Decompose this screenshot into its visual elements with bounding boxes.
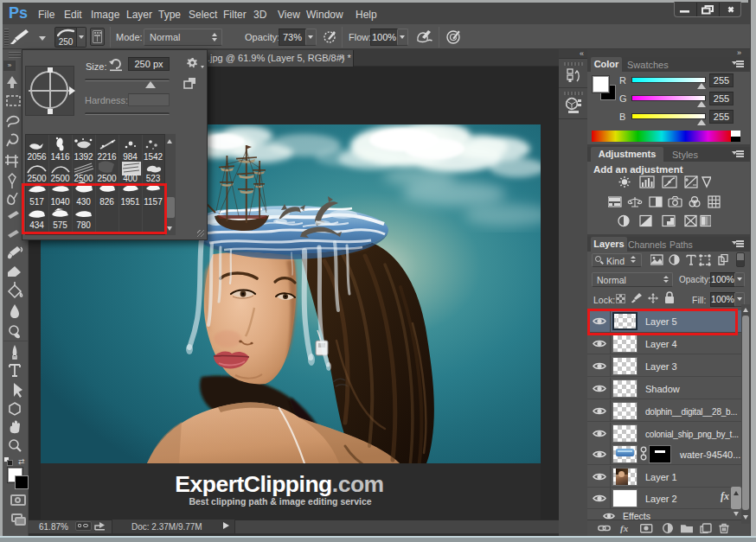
svg-text:ExpertClipping.com: ExpertClipping.com xyxy=(175,471,383,497)
svg-text:Best clipping path & image edi: Best clipping path & image editing servi… xyxy=(189,496,371,507)
svg-text:fx: fx xyxy=(620,523,629,533)
